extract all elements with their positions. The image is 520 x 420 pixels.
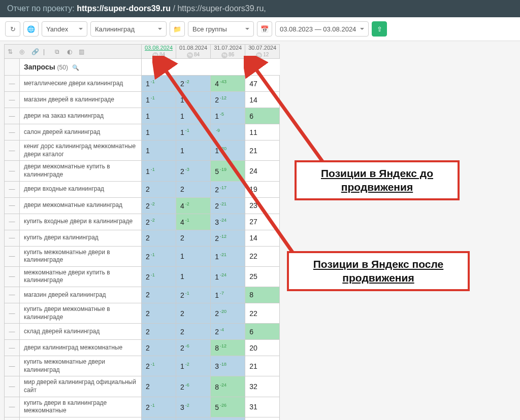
- sort-icon[interactable]: ⇅: [8, 48, 15, 55]
- query-cell[interactable]: магазин дверей калининград: [20, 287, 142, 303]
- query-cell[interactable]: двери межкомнатные калининград: [20, 197, 142, 214]
- position-cell: 3-2: [176, 397, 211, 417]
- position-cell: 5-19: [211, 161, 245, 181]
- query-cell[interactable]: двери входные калининград: [20, 181, 142, 197]
- position-cell: 2: [142, 181, 176, 197]
- query-cell[interactable]: салон дверей калининград: [20, 124, 142, 141]
- project-link-secondary: / https://super-doors39.ru,: [173, 4, 266, 13]
- position-cell: 22: [245, 303, 280, 323]
- query-cell[interactable]: двери межкомнатные купить в калининграде: [20, 161, 142, 181]
- row-toggle[interactable]: —: [5, 92, 20, 108]
- query-cell[interactable]: мир дверей калининград официальный сайт: [20, 376, 142, 397]
- position-cell: 47: [245, 76, 280, 92]
- row-toggle[interactable]: —: [5, 141, 20, 161]
- position-cell: 2-6: [176, 376, 211, 397]
- position-cell: 1-20: [211, 141, 245, 161]
- table-row: —купить двери калининград222-1214: [5, 230, 280, 246]
- sep: |: [43, 48, 50, 55]
- date-col-3[interactable]: 30.07.2024%12: [245, 45, 280, 59]
- engine-select[interactable]: Yandex: [42, 21, 87, 37]
- table-row: —двери межкомнатные калининград купить2-…: [5, 417, 280, 420]
- row-toggle[interactable]: —: [5, 214, 20, 230]
- toolbar: ↻ 🌐 Yandex Калининград 📁 Все группы 📅 03…: [0, 17, 520, 41]
- position-cell: 2-21: [211, 197, 245, 214]
- row-toggle[interactable]: —: [5, 266, 20, 287]
- query-cell[interactable]: купить двери межкомнатные в калининграде: [20, 303, 142, 323]
- target-icon[interactable]: ◎: [19, 48, 26, 55]
- row-toggle[interactable]: —: [5, 324, 20, 340]
- row-toggle[interactable]: —: [5, 246, 20, 266]
- contrast-icon[interactable]: ◐: [67, 48, 74, 55]
- query-cell[interactable]: двери калининград межкомнатные: [20, 340, 142, 356]
- position-cell: 2-1: [142, 356, 176, 376]
- groups-select[interactable]: Все группы: [188, 21, 254, 37]
- position-cell: 2: [142, 287, 176, 303]
- table-row: —металлические двери калининград1-12-24-…: [5, 76, 280, 92]
- position-cell: 2: [176, 324, 211, 340]
- position-cell: 3-24: [211, 214, 245, 230]
- position-cell: 2: [142, 230, 176, 246]
- position-cell: 25: [245, 266, 280, 287]
- table-row: —кениг дорс калининград межкомнатные две…: [5, 141, 280, 161]
- query-cell[interactable]: магазин дверей в калининграде: [20, 92, 142, 108]
- export-button[interactable]: ⇧: [372, 21, 387, 37]
- row-toggle[interactable]: —: [5, 108, 20, 124]
- query-cell[interactable]: склад дверей калининград: [20, 324, 142, 340]
- region-select[interactable]: Калининград: [90, 21, 167, 37]
- position-cell: 2-6: [176, 340, 211, 356]
- query-cell[interactable]: металлические двери калининград: [20, 76, 142, 92]
- row-toggle[interactable]: —: [5, 124, 20, 141]
- table-row: —купить межкомнатные двери в калининград…: [5, 246, 280, 266]
- query-cell[interactable]: двери на заказ калининград: [20, 108, 142, 124]
- row-toggle[interactable]: —: [5, 397, 20, 417]
- position-cell: 2: [142, 303, 176, 323]
- row-toggle[interactable]: —: [5, 76, 20, 92]
- calendar-button[interactable]: 📅: [257, 21, 272, 37]
- position-cell: 2-3: [176, 161, 211, 181]
- position-cell: 1-21: [211, 246, 245, 266]
- row-toggle[interactable]: —: [5, 161, 20, 181]
- query-cell[interactable]: купить межкомнатные двери калининград: [20, 356, 142, 376]
- main-content: ⇅ ◎ 🔗 | ⧉ ◐ ▥ 03.08.2024%84 01.08.2024%8…: [0, 41, 520, 420]
- date-range-picker[interactable]: 03.08.2023 — 03.08.2024: [275, 21, 369, 37]
- project-link-bold[interactable]: https://super-doors39.ru: [77, 4, 171, 13]
- copy-icon[interactable]: ⧉: [55, 48, 62, 55]
- position-cell: 2-1: [176, 287, 211, 303]
- row-toggle[interactable]: —: [5, 181, 20, 197]
- position-cell: 27: [245, 214, 280, 230]
- position-cell: 1-1: [176, 417, 211, 420]
- table-icons-row: ⇅ ◎ 🔗 | ⧉ ◐ ▥ 03.08.2024%84 01.08.2024%8…: [5, 45, 280, 59]
- row-toggle[interactable]: —: [5, 230, 20, 246]
- position-cell: 8-12: [211, 340, 245, 356]
- position-cell: 1-24: [211, 266, 245, 287]
- row-toggle[interactable]: —: [5, 197, 20, 214]
- link-icon[interactable]: 🔗: [31, 48, 39, 55]
- row-toggle[interactable]: —: [5, 287, 20, 303]
- position-cell: 2-20: [211, 303, 245, 323]
- position-cell: 2: [142, 340, 176, 356]
- query-cell[interactable]: купить входные двери в калининграде: [20, 214, 142, 230]
- date-col-1[interactable]: 01.08.2024%84: [176, 45, 211, 59]
- search-icon[interactable]: 🔍: [72, 64, 79, 71]
- query-cell[interactable]: купить межкомнатные двери в калининграде: [20, 246, 142, 266]
- position-cell: 2: [176, 181, 211, 197]
- row-toggle[interactable]: —: [5, 417, 20, 420]
- row-toggle[interactable]: —: [5, 376, 20, 397]
- chart-icon[interactable]: ▥: [79, 48, 86, 55]
- position-cell: 6: [245, 324, 280, 340]
- position-cell: 1: [142, 141, 176, 161]
- query-cell[interactable]: купить двери в калининграде межкомнатные: [20, 397, 142, 417]
- query-cell[interactable]: двери межкомнатные калининград купить: [20, 417, 142, 420]
- globe-button[interactable]: 🌐: [23, 21, 39, 37]
- row-toggle[interactable]: —: [5, 303, 20, 323]
- folder-button[interactable]: 📁: [170, 21, 185, 37]
- refresh-button[interactable]: ↻: [5, 21, 20, 37]
- position-cell: 2-17: [211, 181, 245, 197]
- date-col-2[interactable]: 31.07.2024%86: [211, 45, 245, 59]
- query-cell[interactable]: кениг дорс калининград межкомнатные двер…: [20, 141, 142, 161]
- query-cell[interactable]: межкомнатные двери купить в калининграде: [20, 266, 142, 287]
- row-toggle[interactable]: —: [5, 340, 20, 356]
- date-col-0[interactable]: 03.08.2024%84: [142, 45, 176, 59]
- row-toggle[interactable]: —: [5, 356, 20, 376]
- query-cell[interactable]: купить двери калининград: [20, 230, 142, 246]
